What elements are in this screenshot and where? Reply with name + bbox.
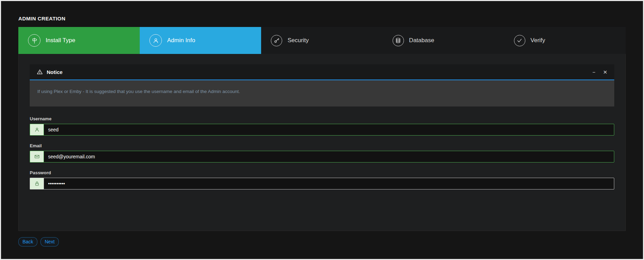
check-icon: [514, 35, 525, 46]
database-icon: [393, 35, 404, 46]
notice-header: Notice − ✕: [30, 64, 614, 80]
password-input[interactable]: [44, 178, 614, 189]
notice-card: Notice − ✕ If using Plex or Emby - It is…: [30, 64, 614, 106]
step-install-type[interactable]: Install Type: [18, 27, 140, 54]
password-field: Password: [30, 170, 614, 189]
password-label: Password: [30, 170, 614, 175]
step-label-security: Security: [287, 37, 309, 44]
email-field: Email: [30, 143, 614, 162]
step-label-admin-info: Admin Info: [167, 37, 195, 44]
content-panel: Notice − ✕ If using Plex or Emby - It is…: [18, 54, 626, 231]
user-icon: [149, 34, 162, 47]
minimize-button[interactable]: −: [592, 69, 596, 75]
notice-actions: − ✕: [592, 69, 607, 75]
user-addon-icon: [30, 124, 44, 136]
close-button[interactable]: ✕: [603, 69, 607, 75]
step-database[interactable]: Database: [383, 27, 504, 54]
key-icon: [271, 35, 282, 46]
step-label-install-type: Install Type: [46, 37, 75, 44]
step-verify[interactable]: Verify: [504, 27, 626, 54]
notice-title: Notice: [47, 69, 63, 75]
page-title: ADMIN CREATION: [18, 16, 626, 21]
back-button[interactable]: Back: [18, 237, 37, 247]
signpost-icon: [28, 34, 40, 47]
notice-body-text: If using Plex or Emby - It is suggested …: [30, 80, 614, 106]
wizard-steps: Install Type Admin Info Security: [18, 27, 626, 54]
warning-icon: [37, 69, 43, 75]
envelope-icon: [30, 151, 44, 162]
username-input-group: [30, 124, 614, 136]
email-input-group: [30, 151, 614, 162]
password-input-group: [30, 178, 614, 189]
username-label: Username: [30, 116, 614, 121]
next-button[interactable]: Next: [40, 237, 59, 247]
email-input[interactable]: [44, 151, 614, 162]
email-label: Email: [30, 143, 614, 148]
step-admin-info[interactable]: Admin Info: [140, 27, 261, 54]
step-label-verify: Verify: [531, 37, 545, 44]
step-security[interactable]: Security: [261, 27, 383, 54]
setup-wizard: ADMIN CREATION Install Type Admin Info: [1, 1, 643, 247]
step-label-database: Database: [409, 37, 434, 44]
username-field: Username: [30, 116, 614, 136]
footer-actions: Back Next: [18, 237, 626, 247]
username-input[interactable]: [44, 124, 614, 136]
lock-icon: [30, 178, 44, 189]
